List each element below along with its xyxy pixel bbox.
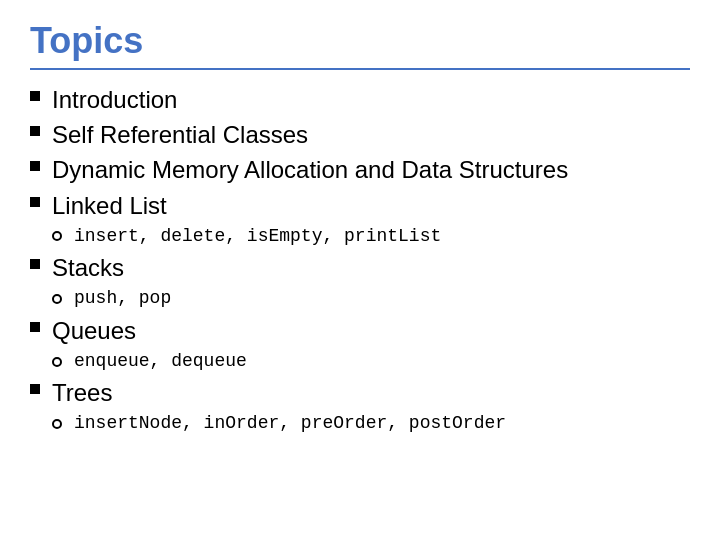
sub-item-label: insertNode, inOrder, preOrder, postOrder — [74, 412, 506, 435]
item-label: Queues — [52, 315, 136, 346]
sub-list: insertNode, inOrder, preOrder, postOrder — [52, 412, 690, 435]
sub-list-item: insert, delete, isEmpty, printList — [52, 225, 690, 248]
sub-list: enqueue, dequeue — [52, 350, 690, 373]
bullet-square-icon — [30, 161, 40, 171]
sub-item-label: insert, delete, isEmpty, printList — [74, 225, 441, 248]
list-item: Introduction — [30, 84, 690, 115]
sub-list-item: push, pop — [52, 287, 690, 310]
main-list: Introduction Self Referential Classes Dy… — [30, 84, 690, 440]
item-label: Stacks — [52, 252, 124, 283]
list-item: Self Referential Classes — [30, 119, 690, 150]
item-label: Dynamic Memory Allocation and Data Struc… — [52, 154, 568, 185]
list-item: Trees insertNode, inOrder, preOrder, pos… — [30, 377, 690, 436]
sub-list-item: insertNode, inOrder, preOrder, postOrder — [52, 412, 690, 435]
slide-content: Introduction Self Referential Classes Dy… — [30, 78, 690, 520]
item-label: Linked List — [52, 190, 167, 221]
slide: Topics Introduction Self Referential Cla… — [0, 0, 720, 540]
list-item: Queues enqueue, dequeue — [30, 315, 690, 374]
sub-list-item: enqueue, dequeue — [52, 350, 690, 373]
bullet-circle-icon — [52, 231, 62, 241]
list-item: Stacks push, pop — [30, 252, 690, 311]
sub-list: insert, delete, isEmpty, printList — [52, 225, 690, 248]
bullet-square-icon — [30, 126, 40, 136]
sub-list: push, pop — [52, 287, 690, 310]
bullet-square-icon — [30, 91, 40, 101]
item-label: Introduction — [52, 84, 177, 115]
bullet-square-icon — [30, 197, 40, 207]
slide-title: Topics — [30, 20, 690, 70]
bullet-square-icon — [30, 384, 40, 394]
item-label: Trees — [52, 377, 112, 408]
list-item: Linked List insert, delete, isEmpty, pri… — [30, 190, 690, 249]
bullet-circle-icon — [52, 357, 62, 367]
sub-item-label: push, pop — [74, 287, 171, 310]
bullet-square-icon — [30, 322, 40, 332]
item-label: Self Referential Classes — [52, 119, 308, 150]
bullet-square-icon — [30, 259, 40, 269]
bullet-circle-icon — [52, 294, 62, 304]
bullet-circle-icon — [52, 419, 62, 429]
list-item: Dynamic Memory Allocation and Data Struc… — [30, 154, 690, 185]
sub-item-label: enqueue, dequeue — [74, 350, 247, 373]
